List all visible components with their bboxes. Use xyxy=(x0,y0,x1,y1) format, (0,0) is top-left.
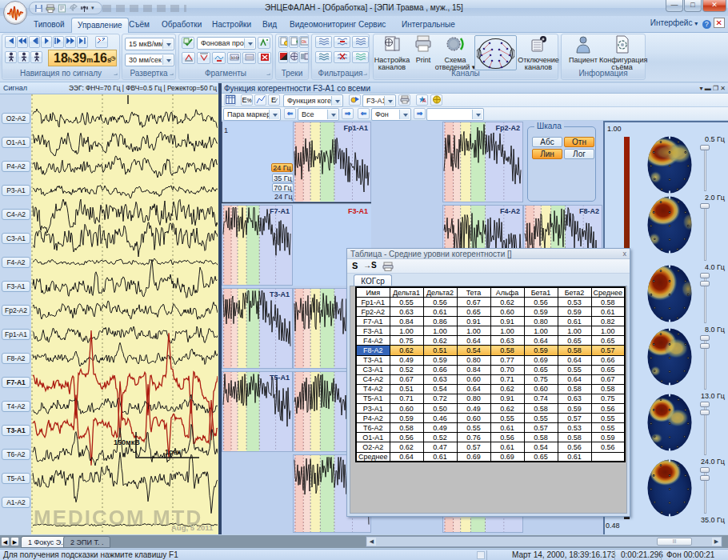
svg-text:Fp2-A2: Fp2-A2 xyxy=(495,124,520,132)
svg-text:T3-A1: T3-A1 xyxy=(270,290,290,298)
svg-text:T5-A1: T5-A1 xyxy=(270,374,290,382)
svg-text:F7-A1: F7-A1 xyxy=(270,207,290,215)
svg-text:F3-A1: F3-A1 xyxy=(348,207,368,215)
svg-text:F8-A2: F8-A2 xyxy=(579,207,599,215)
svg-text:Fp1-A1: Fp1-A1 xyxy=(343,124,368,132)
svg-text:F4-A2: F4-A2 xyxy=(500,207,520,215)
